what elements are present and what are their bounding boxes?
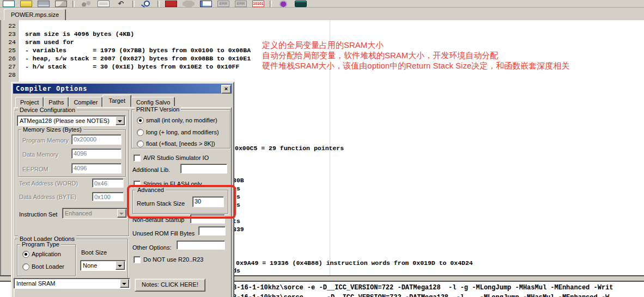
document-tab-strip: POWER.mps.size [0, 8, 644, 21]
open-file-icon[interactable] [20, 1, 32, 7]
group-label: Memory Sizes (Bytes) [21, 126, 83, 133]
instruction-set-value: Enhanced [65, 210, 92, 216]
instruction-set-label: Instruction Set [19, 211, 57, 218]
printf-small-label[interactable]: small (int only, no modifier) [146, 117, 217, 123]
editor-fragment: 0x9A49 = 19336 (0x4B88) instruction word… [236, 259, 473, 267]
program-type-group [17, 244, 76, 276]
chevron-down-icon [117, 209, 126, 218]
program-memory-field: 0x20000 [71, 134, 121, 145]
chevron-down-icon[interactable] [116, 261, 125, 270]
line-number: 25 [2, 46, 16, 54]
printf-float-label[interactable]: float (+float, [needs > 8K]) [146, 140, 215, 147]
annotation-line: 硬件堆栈SRAM大小，该值由option中的Return Stack Size决… [262, 60, 569, 71]
toolbar-separator [72, 1, 75, 7]
editor-line: - heap, s/w stack = 2087 (0x827) bytes f… [25, 54, 251, 63]
error-icon[interactable]: ERR [235, 1, 247, 7]
paste-icon[interactable] [98, 1, 110, 7]
tab-compiler[interactable]: Compiler [69, 97, 102, 107]
no-r20-checkbox[interactable] [133, 256, 141, 263]
group-label: Device Configuration [18, 107, 77, 113]
printf-float-radio[interactable] [137, 140, 144, 147]
chevron-down-icon[interactable] [120, 279, 129, 288]
toolbar: ↶ ERR ERR 10101 [0, 0, 644, 8]
data-address-field: 0x100 [92, 192, 124, 201]
group-label: Program Type [20, 241, 61, 247]
additional-lib-field[interactable] [180, 164, 227, 174]
device-dropdown-value: ATMega128 (Please see NOTES) [20, 117, 110, 124]
line-number: 26 [2, 54, 16, 63]
notes-button[interactable]: Notes: CLICK HERE! [135, 279, 205, 292]
printf-long-radio[interactable] [137, 129, 144, 136]
error-icon[interactable]: ERR [217, 1, 229, 7]
line-number: 23 [2, 30, 16, 38]
debug-icon[interactable] [277, 1, 289, 7]
printf-small-radio[interactable] [137, 117, 144, 124]
unused-rom-field[interactable] [198, 226, 226, 236]
tab-paths[interactable]: Paths [44, 97, 69, 107]
output-line: 8-16-1-10khz\sorce -D__ICC_VERSION=722 -… [233, 293, 609, 297]
tab-target[interactable]: Target [102, 95, 131, 107]
group-label: PRINTF Version [135, 106, 181, 113]
boot-loader-radio[interactable] [22, 263, 29, 270]
line-number: 24 [2, 38, 16, 46]
data-address-label: Data Address (BYTE) [19, 194, 76, 200]
dialog-tab-bar: Project Paths Compiler Target Config Sal… [15, 95, 175, 107]
other-options-label: Other Options: [132, 244, 172, 251]
gears-icon[interactable] [80, 1, 92, 7]
save-icon[interactable] [38, 1, 50, 7]
stop-icon[interactable] [183, 1, 195, 7]
build-bricks-icon[interactable] [165, 1, 177, 7]
compiler-options-dialog: Compiler Options × Project Paths Compile… [11, 82, 234, 297]
red-highlight-annotation [127, 185, 236, 219]
app-window: { "palette": { "chrome": "#d4d0c8", "tit… [0, 0, 644, 297]
output-line: 8-16-1-10khz\sorce -e -D__ICC_VERSION=72… [233, 283, 613, 292]
toolbar-separator [132, 1, 135, 7]
editor-line: - h/w stack = 30 (0x1E) bytes from 0x10E… [25, 63, 239, 71]
options-form-icon[interactable] [200, 1, 212, 7]
close-icon[interactable]: × [221, 85, 231, 94]
toolbar-separator [270, 1, 272, 7]
dialog-title-bar[interactable]: Compiler Options [13, 84, 232, 94]
editor-line: sram size is 4096 bytes (4KB) [25, 30, 134, 38]
program-memory-label: Program Memory [22, 137, 69, 144]
other-options-field[interactable] [177, 240, 225, 250]
application-radio-label[interactable]: Application [32, 251, 61, 257]
search-icon[interactable] [140, 1, 152, 7]
editor-line: - variables = 1979 (0x7BB) bytes from 0x… [25, 46, 251, 54]
annotation-line: 定义的全局变量占用的SRAM大小 [262, 40, 569, 50]
boot-loader-radio-label[interactable]: Boot Loader [32, 263, 64, 270]
additional-lib-label: Additional Lib. [132, 166, 170, 173]
editor-line: sram used for [25, 38, 74, 46]
boot-size-label: Boot Size [81, 249, 107, 256]
line-number: 28 [2, 71, 16, 79]
toolbar-separator [157, 1, 160, 7]
device-dropdown[interactable]: ATMega128 (Please see NOTES) [17, 115, 126, 126]
editor-fragment: 339 [233, 225, 244, 233]
program-chip-icon[interactable] [295, 1, 307, 7]
line-number: 22 [2, 22, 16, 30]
binary-output-icon[interactable]: 10101 [252, 1, 264, 7]
annotation-text: 定义的全局变量占用的SRAM大小 自动分配给局部变量，软件堆栈的SRAM大小，开… [262, 40, 569, 71]
tab-project[interactable]: Project [15, 97, 44, 107]
avr-studio-checkbox[interactable] [133, 154, 141, 162]
eeprom-field: 4096 [71, 163, 121, 174]
project-package-icon[interactable] [55, 1, 67, 7]
printf-long-label[interactable]: long (+ long, and modifiers) [146, 129, 219, 135]
eeprom-label: EEPROM [22, 166, 48, 172]
data-memory-label: Data Memory [22, 151, 58, 158]
undo-icon[interactable]: ↶ [115, 1, 127, 7]
document-tab[interactable]: POWER.mps.size [4, 9, 66, 21]
avr-studio-checkbox-label[interactable]: AVR Studio Simulator IO [143, 154, 209, 161]
instruction-set-dropdown: Enhanced [62, 208, 127, 219]
sram-dropdown-value: Internal SRAM [16, 280, 56, 287]
new-file-icon[interactable] [3, 1, 15, 7]
text-address-label: Text Address (WORD) [19, 180, 78, 187]
application-radio[interactable] [22, 251, 29, 258]
boot-size-value: None [83, 262, 97, 269]
chevron-down-icon[interactable] [116, 116, 125, 125]
sram-dropdown[interactable]: Internal SRAM [14, 278, 130, 289]
no-r20-checkbox-label[interactable]: Do NOT use R20..R23 [143, 256, 203, 263]
unused-rom-label: Unused ROM Fill Bytes [132, 230, 195, 237]
boot-size-dropdown[interactable]: None [80, 260, 126, 271]
data-memory-field: 4096 [71, 148, 121, 159]
